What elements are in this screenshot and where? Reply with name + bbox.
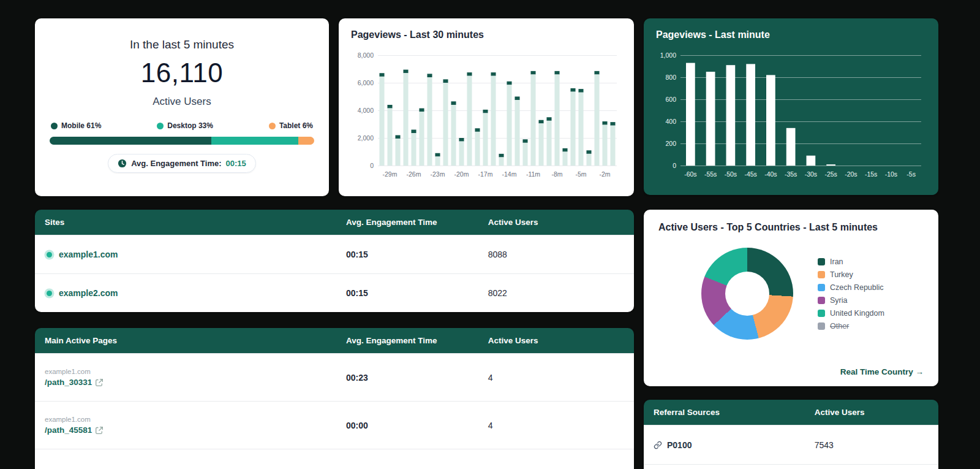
external-link-icon[interactable] [96,379,103,386]
engagement-value: 00:15 [226,159,246,168]
legend-item-turkey[interactable]: Turkey [818,270,884,279]
legend-label: Turkey [830,270,853,279]
pageviews-30m-title: Pageviews - Last 30 minutes [351,29,622,40]
legend-label: Czech Republic [830,283,884,292]
site-engagement-time: 00:15 [346,288,488,298]
referral-source-link[interactable]: P0100 [667,440,692,450]
svg-text:0: 0 [673,162,676,169]
table-row-clipped [644,464,938,469]
main-active-pages-table: Main Active Pages Avg. Engagement Time A… [35,328,634,469]
device-legend: Mobile 61% Desktop 33% Tablet 6% [50,121,314,130]
legend-color-other [818,322,825,330]
svg-text:-17m: -17m [478,170,493,178]
page-engagement-time: 00:23 [346,373,488,383]
tablet-dot-icon [269,123,276,129]
svg-text:-29m: -29m [383,170,398,178]
svg-text:0: 0 [370,162,374,169]
svg-text:-23m: -23m [431,170,445,178]
svg-text:1,000: 1,000 [660,51,676,59]
svg-text:2,000: 2,000 [358,134,374,142]
pages-table-header: Main Active Pages Avg. Engagement Time A… [35,328,634,353]
svg-text:-35s: -35s [785,170,797,178]
site-active-users: 8022 [488,288,624,298]
svg-text:-50s: -50s [725,170,737,178]
page-path-link[interactable]: /path_30331 [45,378,92,387]
svg-text:-5s: -5s [907,170,916,178]
legend-item-other[interactable]: Other [818,322,884,330]
dashboard-page: In the last 5 minutes 16,110 Active User… [0,0,980,469]
svg-text:600: 600 [665,96,676,103]
donut-hole [725,272,769,316]
sites-header: Sites [45,218,346,227]
live-dot-icon [47,291,52,296]
svg-text:-5m: -5m [575,170,586,178]
legend-label: Other [830,322,849,330]
pageviews-30m-chart: 02,0004,0006,0008,000-29m-26m-23m-20m-17… [351,49,622,184]
svg-text:8,000: 8,000 [358,51,374,59]
real-time-country-link[interactable]: Real Time Country → [840,367,924,376]
external-link-icon[interactable] [96,427,103,434]
pageviews-1m-chart: 02004006008001,000-60s-55s-50s-45s-40s-3… [656,49,926,184]
desktop-legend-label: Desktop 33% [167,121,213,130]
legend-color-syria [818,297,825,304]
pageviews-30m-card: Pageviews - Last 30 minutes 02,0004,0006… [339,18,634,196]
table-row-clipped [35,449,634,469]
desktop-dot-icon [157,123,164,129]
legend-color-iran [818,258,825,265]
pageviews-1m-card: Pageviews - Last minute 02004006008001,0… [644,18,938,195]
engagement-label: Avg. Engagement Time: [131,159,221,168]
mobile-legend-label: Mobile 61% [61,121,101,130]
legend-item-czech-republic[interactable]: Czech Republic [818,283,884,292]
svg-text:4,000: 4,000 [358,107,374,114]
svg-text:-45s: -45s [744,170,756,178]
active-users-summary-card: In the last 5 minutes 16,110 Active User… [35,18,329,196]
legend-color-united-kingdom [818,310,825,317]
active-users-header: Active Users [488,218,624,227]
device-bar-tablet-segment [298,137,314,145]
site-link[interactable]: example2.com [59,288,118,298]
clock-icon [118,159,127,168]
legend-item-united-kingdom[interactable]: United Kingdom [818,309,884,318]
main-active-pages-header: Main Active Pages [45,336,346,345]
device-split-bar [50,137,314,145]
last5-title: In the last 5 minutes [50,38,314,51]
table-row: example1.com 00:15 8088 [35,235,634,273]
svg-text:-40s: -40s [764,170,777,178]
active-users-header: Active Users [488,336,624,345]
svg-text:200: 200 [665,140,676,147]
avg-engagement-header: Avg. Engagement Time [346,336,488,345]
avg-engagement-header: Avg. Engagement Time [346,218,488,227]
table-row: P0100 7543 [644,425,938,464]
site-link[interactable]: example1.com [59,250,118,259]
svg-text:-8m: -8m [551,170,562,178]
active-users-label: Active Users [50,96,314,108]
right-column: Pageviews - Last minute 02004006008001,0… [644,18,938,469]
donut-area: Iran Turkey Czech Republic Syria [658,248,924,340]
svg-text:-10s: -10s [885,170,897,178]
top-countries-title: Active Users - Top 5 Countries - Last 5 … [658,222,924,233]
legend-entry-desktop: Desktop 33% [157,121,213,130]
live-dot-icon [47,252,52,257]
tablet-legend-label: Tablet 6% [279,121,313,130]
pageviews-1m-title: Pageviews - Last minute [656,29,926,40]
legend-entry-mobile: Mobile 61% [51,121,101,130]
page-domain: example1.com [45,368,346,375]
svg-text:-20m: -20m [454,170,469,178]
top-countries-card: Active Users - Top 5 Countries - Last 5 … [644,210,938,386]
legend-item-syria[interactable]: Syria [818,296,884,305]
table-row: example2.com 00:15 8022 [35,273,634,312]
svg-text:-20s: -20s [845,170,857,178]
device-bar-desktop-segment [211,137,299,145]
countries-legend: Iran Turkey Czech Republic Syria [818,257,884,330]
page-domain: example1.com [45,416,346,423]
legend-item-iran[interactable]: Iran [818,257,884,266]
legend-entry-tablet: Tablet 6% [269,121,313,130]
page-path-link[interactable]: /path_45581 [45,425,92,435]
table-row: example1.com /path_30331 00:23 4 [35,353,634,401]
link-icon [654,441,662,449]
svg-text:400: 400 [665,118,676,125]
sites-table: Sites Avg. Engagement Time Active Users … [35,210,634,312]
page-engagement-time: 00:00 [346,421,488,430]
legend-label: United Kingdom [830,309,884,318]
svg-text:-15s: -15s [865,170,877,178]
